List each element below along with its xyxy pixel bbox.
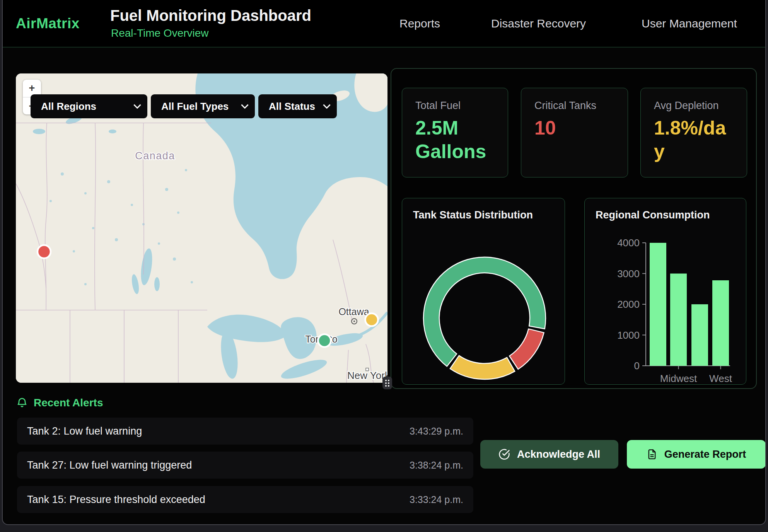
- stat-value: 1.8%/day: [654, 116, 734, 164]
- alert-message: Tank 2: Low fuel warning: [27, 425, 142, 437]
- acknowledge-all-label: Acknowledge All: [517, 448, 600, 460]
- recent-alerts-title: Recent Alerts: [34, 397, 103, 409]
- svg-text:Midwest: Midwest: [660, 373, 697, 384]
- alert-timestamp: 3:38:24 p.m.: [410, 460, 463, 471]
- page-title: Fuel Monitoring Dashboard: [110, 7, 311, 24]
- svg-text:0: 0: [634, 360, 640, 372]
- stat-card-total-fuel: Total Fuel 2.5M Gallons: [402, 88, 508, 177]
- recent-alerts-header: Recent Alerts: [16, 397, 103, 409]
- warning-tank-marker[interactable]: [365, 314, 378, 326]
- metrics-panel: Total Fuel 2.5M Gallons Critical Tanks 1…: [391, 68, 757, 389]
- fuel-type-filter-value: All Fuel Types: [161, 101, 229, 113]
- svg-text:West: West: [709, 373, 732, 384]
- svg-text:4000: 4000: [617, 237, 640, 249]
- app-window: AirMatrix Fuel Monitoring Dashboard Real…: [2, 0, 766, 525]
- alert-message: Tank 27: Low fuel warning triggered: [27, 459, 192, 471]
- generate-report-button[interactable]: Generate Report: [627, 440, 766, 469]
- label-new-york: New York: [347, 370, 387, 381]
- stat-card-critical-tanks: Critical Tanks 10: [521, 88, 628, 177]
- chevron-down-icon: [233, 104, 249, 109]
- status-filter-value: All Status: [269, 101, 315, 113]
- stat-label: Avg Depletion: [654, 100, 734, 112]
- nav-user-management[interactable]: User Management: [642, 0, 737, 47]
- alert-row[interactable]: Tank 2: Low fuel warning 3:43:29 p.m.: [17, 418, 473, 445]
- map-filters: All Regions All Fuel Types All Status: [31, 94, 337, 118]
- map-graphic: Canada Ottawa Toronto New York: [16, 73, 387, 383]
- tank-status-donut-chart: [402, 198, 565, 385]
- stat-card-avg-depletion: Avg Depletion 1.8%/day: [640, 88, 747, 177]
- svg-text:3000: 3000: [617, 268, 640, 280]
- stat-value: 10: [534, 116, 614, 140]
- map-panel: Canada Ottawa Toronto New York + −: [16, 73, 387, 383]
- chevron-down-icon: [126, 104, 141, 109]
- map-canvas[interactable]: Canada Ottawa Toronto New York: [16, 73, 387, 383]
- alert-row[interactable]: Tank 15: Pressure threshold exceeded 3:3…: [17, 486, 473, 513]
- stat-value: 2.5M Gallons: [415, 116, 495, 164]
- alert-row[interactable]: Tank 27: Low fuel warning triggered 3:38…: [17, 452, 473, 479]
- chevron-down-icon: [315, 104, 331, 109]
- acknowledge-all-button[interactable]: Acknowledge All: [480, 440, 618, 469]
- header: AirMatrix Fuel Monitoring Dashboard Real…: [3, 0, 765, 48]
- alert-message: Tank 15: Pressure threshold exceeded: [27, 494, 205, 506]
- stat-label: Total Fuel: [415, 100, 495, 112]
- label-canada: Canada: [135, 150, 175, 162]
- status-filter-dropdown[interactable]: All Status: [258, 94, 337, 118]
- tank-status-chart-card: Tank Status Distribution: [402, 198, 565, 385]
- alert-timestamp: 3:43:29 p.m.: [410, 426, 463, 437]
- document-icon: [647, 449, 657, 460]
- label-ottawa: Ottawa: [338, 306, 369, 317]
- critical-tank-marker[interactable]: [38, 245, 51, 258]
- map-resize-handle[interactable]: [382, 377, 392, 389]
- stat-label: Critical Tanks: [534, 100, 614, 112]
- regional-consumption-bar-chart: 01000200030004000MidwestWest: [585, 198, 746, 385]
- svg-text:1000: 1000: [617, 329, 640, 341]
- fuel-type-filter-dropdown[interactable]: All Fuel Types: [151, 94, 255, 118]
- regional-consumption-chart-card: Regional Consumption 01000200030004000Mi…: [584, 198, 746, 385]
- nav-reports[interactable]: Reports: [399, 0, 440, 47]
- nav-disaster-recovery[interactable]: Disaster Recovery: [491, 0, 586, 47]
- region-filter-value: All Regions: [41, 101, 96, 113]
- bell-icon: [16, 397, 28, 409]
- normal-tank-marker[interactable]: [318, 334, 331, 347]
- region-filter-dropdown[interactable]: All Regions: [31, 94, 147, 118]
- svg-text:2000: 2000: [617, 298, 640, 310]
- alert-timestamp: 3:33:24 p.m.: [410, 494, 463, 505]
- page-subtitle: Real-Time Overview: [111, 27, 209, 39]
- generate-report-label: Generate Report: [664, 448, 746, 460]
- check-circle-icon: [498, 448, 510, 460]
- app-logo: AirMatrix: [16, 0, 80, 47]
